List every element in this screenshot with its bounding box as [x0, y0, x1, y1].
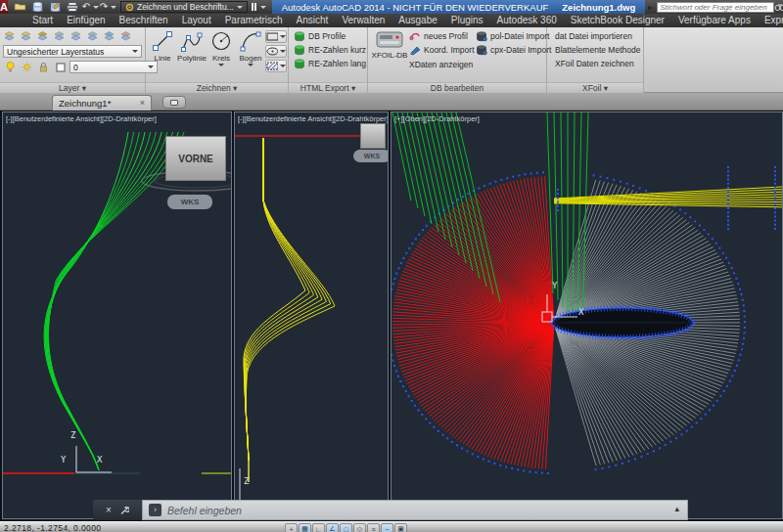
ribbon-tab-plugins[interactable]: Plugins	[444, 14, 490, 27]
xfoil-db-button[interactable]: XFOIL-DB	[372, 29, 407, 80]
ribbon-tab-layout[interactable]: Layout	[175, 14, 218, 27]
ortho-toggle[interactable]: ∟	[312, 523, 325, 532]
ribbon-tab-parametrisch[interactable]: Parametrisch	[218, 14, 290, 27]
xfoil-daten-zeichnen-button[interactable]: XFoil Daten zeichnen	[555, 57, 640, 70]
ribbon-tab-beschriften[interactable]: Beschriften	[113, 14, 175, 27]
spur-toggle[interactable]: ≡	[367, 523, 380, 532]
layer-tool-icon-4[interactable]	[53, 29, 68, 42]
layer-freeze-sun-icon[interactable]	[20, 61, 34, 73]
undo-icon[interactable]: ↶	[83, 1, 98, 13]
linie-button[interactable]: Linie	[148, 29, 177, 66]
viewport-left[interactable]: [-][Benutzerdefinierte Ansicht][2D-Draht…	[2, 111, 232, 519]
file-tab-zeichnung1[interactable]: Zeichnung1* ×	[52, 95, 152, 111]
panel-label-layer[interactable]: Layer ▾	[0, 82, 145, 93]
layer-tool-icon-8[interactable]	[119, 29, 134, 42]
ribbon-tab-start[interactable]: Start	[25, 14, 60, 27]
panel-label-xfoil[interactable]: XFoil ▾	[547, 82, 643, 93]
viewport-middle-label[interactable]: [-][Benutzerdefinierte Ansicht][2D-Draht…	[238, 114, 389, 123]
blattelemente-methode-button[interactable]: Blattelemente Methode	[555, 43, 640, 57]
wks-badge[interactable]: WKS	[167, 195, 212, 209]
viewcube-front-face[interactable]: VORNE	[165, 136, 226, 181]
drawing-area: [-][Benutzerdefinierte Ansicht][2D-Draht…	[0, 111, 783, 521]
schraffur-button[interactable]	[265, 60, 287, 72]
neues-profil-button[interactable]: neues Profil	[409, 29, 475, 43]
dyn-toggle[interactable]: ▣	[394, 523, 407, 532]
new-drawing-icon	[170, 100, 178, 106]
layer-tool-icon-2[interactable]	[20, 29, 34, 42]
viewport-right[interactable]: [+][Oben][2D-Drahtkörper] Y X	[391, 111, 783, 519]
layer-tool-icon-5[interactable]	[69, 29, 84, 42]
panel-label-html-export[interactable]: HTML Export ▾	[289, 82, 367, 93]
panel-label-zeichnen[interactable]: Zeichnen ▾	[146, 82, 288, 93]
layer-tool-icon-1[interactable]	[3, 29, 18, 42]
layer-status-dropdown[interactable]: Ungesicherter Layerstatus	[3, 45, 142, 58]
dbks-toggle[interactable]: ~	[381, 523, 393, 532]
cpx-datei-import-button[interactable]: cpx-Datei Import	[476, 43, 551, 57]
layer-on-bulb-icon[interactable]	[3, 61, 18, 73]
rechteck-button[interactable]	[265, 30, 287, 43]
viewport-right-label[interactable]: [+][Oben][2D-Drahtkörper]	[394, 114, 480, 123]
command-customize-wrench-icon[interactable]	[119, 506, 129, 515]
command-prompt-text[interactable]: Befehl eingeben	[167, 505, 242, 516]
save-icon[interactable]	[30, 1, 45, 13]
dat-datei-importieren-button[interactable]: dat Datei importieren	[555, 29, 640, 43]
db-profile-button[interactable]: DB Profile	[294, 29, 366, 43]
ribbon-panel-db-bearbeiten: XFOIL-DB neues ProfilKoord. Import pol-D…	[368, 27, 547, 93]
bogen-button[interactable]: Bogen	[236, 29, 265, 66]
objektfang-toggle[interactable]: □	[340, 523, 352, 532]
layer-select-dropdown[interactable]: 0	[69, 61, 158, 73]
file-tab-close-icon[interactable]: ×	[140, 99, 145, 108]
viewcube-small[interactable]	[360, 123, 386, 149]
ribbon-tab-autodesk-360[interactable]: Autodesk 360	[490, 14, 564, 27]
kreis-button[interactable]: Kreis	[207, 29, 236, 66]
autocad-logo-icon[interactable]: A	[0, 0, 8, 14]
layer-color-swatch[interactable]	[53, 61, 68, 73]
plot-icon[interactable]	[66, 1, 80, 13]
polylinie-button[interactable]: Polylinie	[177, 29, 207, 66]
infocenter-arrow-icon[interactable]: ▸	[648, 3, 652, 12]
xdaten-anzeigen-button[interactable]: XDaten anzeigen	[409, 58, 473, 71]
polar-toggle[interactable]: ∠	[326, 523, 339, 532]
line-icon	[151, 29, 174, 53]
layer-tool-icon-6[interactable]	[86, 29, 101, 42]
re-zahlen-kurz-button[interactable]: RE-Zahlen kurz	[294, 43, 366, 57]
layer-tool-icon-3[interactable]	[36, 29, 51, 42]
redo-icon[interactable]: ↷	[101, 1, 115, 13]
layer-tool-icon-7[interactable]	[103, 29, 117, 42]
new-drawing-button[interactable]	[162, 96, 186, 109]
ribbon-tab-einfügen[interactable]: Einfügen	[60, 14, 112, 27]
search-binoculars-icon[interactable]	[774, 1, 783, 13]
pol-datei-import-button[interactable]: pol-Datei Import	[476, 29, 551, 43]
raster-toggle[interactable]: ▦	[299, 523, 311, 532]
search-input[interactable]	[658, 3, 773, 12]
koord-import-button[interactable]: Koord. Import	[409, 43, 475, 57]
row-label: XFoil Daten zeichnen	[555, 59, 634, 68]
panel-label-db-bearbeiten[interactable]: DB bearbeiten	[368, 82, 546, 93]
kreis-dropdown-icon[interactable]	[218, 64, 224, 66]
wks-badge[interactable]: WKS	[353, 150, 389, 162]
command-close-icon[interactable]: ×	[106, 505, 112, 515]
fang-toggle[interactable]: +	[285, 523, 298, 532]
ribbon-tab-ausgabe[interactable]: Ausgabe	[392, 14, 443, 27]
command-line-handle[interactable]: ×	[93, 500, 142, 520]
3d-objektfang-toggle[interactable]: ◇	[353, 523, 366, 532]
workspace-switch-icon[interactable]	[252, 3, 266, 11]
layer-lock-icon[interactable]	[36, 61, 51, 73]
ribbon-tab-ansicht[interactable]: Ansicht	[290, 14, 336, 27]
command-prompt-icon[interactable]: ›	[149, 504, 161, 516]
ribbon-tab-sketchbook-designer[interactable]: SketchBook Designer	[564, 14, 671, 27]
re-zahlen-lang-button[interactable]: RE-Zahlen lang	[294, 57, 366, 70]
save-as-icon[interactable]	[48, 1, 63, 13]
command-input-area[interactable]: › Befehl eingeben ▴	[142, 500, 688, 520]
bogen-dropdown-icon[interactable]	[248, 64, 253, 66]
open-file-icon[interactable]	[13, 1, 27, 13]
viewport-left-label[interactable]: [-][Benutzerdefinierte Ansicht][2D-Draht…	[6, 114, 157, 123]
ribbon-panel-zeichnen: Linie Polylinie Kreis Bogen	[146, 27, 289, 93]
viewport-middle[interactable]: [-][Benutzerdefinierte Ansicht][2D-Draht…	[234, 111, 389, 519]
command-history-collapse-icon[interactable]: ▴	[674, 504, 679, 513]
workspace-dropdown[interactable]: Zeichnen und Beschriftu...	[120, 1, 248, 13]
ribbon-tab-verwalten[interactable]: Verwalten	[335, 14, 392, 27]
ribbon-tab-verfügbare-apps[interactable]: Verfügbare Apps	[671, 14, 758, 27]
ribbon-tab-express-tools[interactable]: Express Tools	[758, 14, 783, 27]
ellipse-button[interactable]	[265, 45, 287, 58]
